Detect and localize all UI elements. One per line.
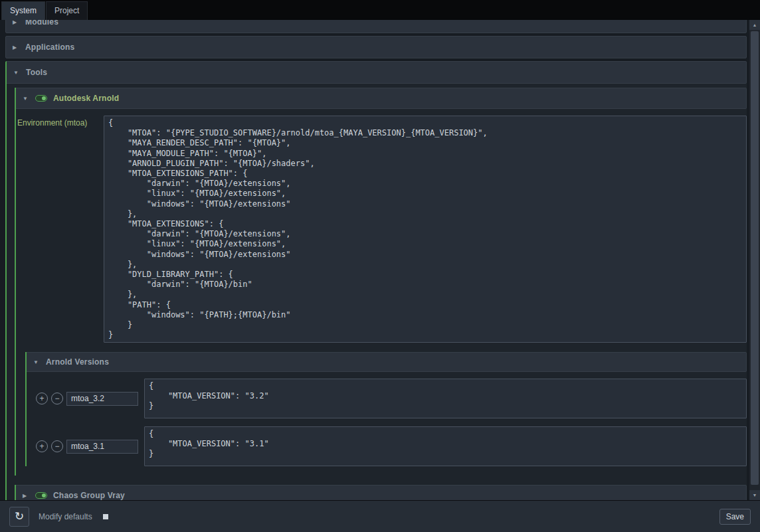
enabled-toggle-icon[interactable]: [35, 95, 47, 102]
section-modules: ▶ Modules: [5, 20, 747, 33]
scrollbar-track[interactable]: [749, 30, 760, 490]
add-version-button[interactable]: +: [36, 440, 48, 452]
tabbar: System Project: [0, 0, 760, 20]
vertical-scrollbar[interactable]: ▲ ▼: [749, 20, 760, 500]
section-chaos-group-vray: ▶ Chaos Group Vray: [15, 485, 747, 500]
main-area: ▶ Modules ▶ Applications ▼ Tools: [0, 20, 760, 500]
section-arnold-versions-header[interactable]: ▼ Arnold Versions: [27, 352, 747, 372]
section-arnold-versions: ▼ Arnold Versions + − { "MTOA_VERSION": …: [25, 352, 747, 466]
caret-right-icon: ▶: [13, 44, 19, 50]
section-autodesk-arnold: ▼ Autodesk Arnold Environment (mtoa) { "…: [15, 88, 747, 476]
environment-mtoa-textarea[interactable]: { "MTOA": "{PYPE_STUDIO_SOFTWARE}/arnold…: [104, 116, 747, 343]
section-autodesk-arnold-header[interactable]: ▼ Autodesk Arnold: [16, 88, 747, 109]
section-tools: ▼ Tools ▼ Autodesk Arnold Environ: [5, 61, 747, 500]
tab-project[interactable]: Project: [46, 1, 88, 20]
refresh-button[interactable]: ↻: [9, 507, 29, 527]
settings-scroll-area: ▶ Modules ▶ Applications ▼ Tools: [0, 20, 749, 500]
environment-field-row: Environment (mtoa) { "MTOA": "{PYPE_STUD…: [17, 116, 747, 343]
section-autodesk-arnold-label: Autodesk Arnold: [53, 94, 119, 103]
section-tools-header[interactable]: ▼ Tools: [7, 61, 747, 84]
arnold-versions-body: + − { "MTOA_VERSION": "3.2" } + −: [27, 379, 747, 466]
section-applications: ▶ Applications: [5, 36, 747, 58]
section-chaos-group-vray-header[interactable]: ▶ Chaos Group Vray: [16, 485, 747, 500]
caret-down-icon: ▼: [33, 359, 40, 365]
section-arnold-versions-label: Arnold Versions: [46, 357, 109, 367]
modify-defaults-checkbox[interactable]: [103, 514, 108, 519]
scroll-up-button[interactable]: ▲: [749, 20, 760, 30]
section-chaos-group-vray-label: Chaos Group Vray: [53, 491, 125, 500]
version-value-textarea[interactable]: { "MTOA_VERSION": "3.2" }: [144, 379, 747, 418]
version-key-input[interactable]: [66, 392, 138, 406]
environment-mtoa-label: Environment (mtoa): [17, 116, 98, 128]
section-applications-label: Applications: [25, 43, 74, 52]
settings-window: System Project ▶ Modules ▶ Applications: [0, 0, 760, 532]
section-tools-label: Tools: [26, 68, 47, 77]
version-value-textarea[interactable]: { "MTOA_VERSION": "3.1" }: [144, 426, 747, 466]
section-modules-header[interactable]: ▶ Modules: [5, 20, 747, 33]
section-autodesk-arnold-body: Environment (mtoa) { "MTOA": "{PYPE_STUD…: [16, 109, 747, 476]
version-key-input[interactable]: [66, 440, 138, 454]
caret-right-icon: ▶: [13, 20, 19, 25]
refresh-icon: ↻: [15, 511, 24, 522]
version-row-mtoa-3-2: + − { "MTOA_VERSION": "3.2" }: [36, 379, 747, 418]
version-row-mtoa-3-1: + − { "MTOA_VERSION": "3.1" }: [36, 426, 747, 466]
enabled-toggle-icon[interactable]: [35, 492, 47, 499]
add-version-button[interactable]: +: [36, 393, 48, 404]
section-modules-label: Modules: [25, 20, 58, 27]
remove-version-button[interactable]: −: [51, 393, 63, 404]
save-button[interactable]: Save: [719, 509, 751, 525]
tab-system[interactable]: System: [1, 1, 45, 20]
caret-down-icon: ▼: [23, 96, 29, 102]
caret-right-icon: ▶: [23, 493, 29, 499]
modify-defaults-label: Modify defaults: [39, 512, 92, 521]
section-tools-body: ▼ Autodesk Arnold Environment (mtoa) { "…: [7, 84, 747, 500]
footer-bar: ↻ Modify defaults Save: [0, 500, 760, 532]
scroll-down-button[interactable]: ▼: [749, 490, 760, 500]
caret-down-icon: ▼: [13, 70, 20, 76]
scrollbar-thumb[interactable]: [751, 31, 759, 485]
remove-version-button[interactable]: −: [51, 440, 63, 452]
section-applications-header[interactable]: ▶ Applications: [5, 36, 747, 58]
